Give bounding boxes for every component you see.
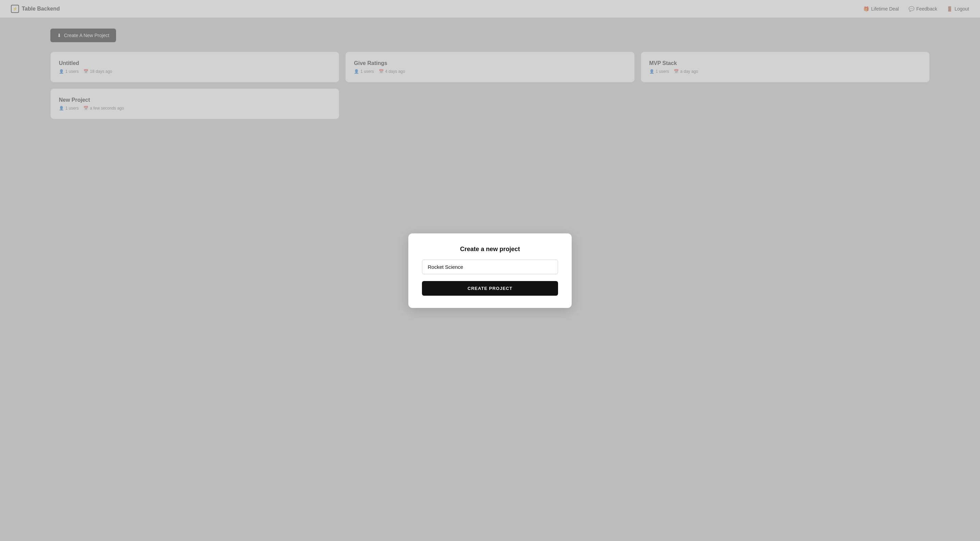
create-project-submit-button[interactable]: CREATE PROJECT — [422, 281, 558, 296]
modal-backdrop: Create a new project CREATE PROJECT — [0, 0, 980, 541]
project-name-input[interactable] — [422, 259, 558, 274]
modal-title: Create a new project — [460, 246, 520, 253]
create-project-modal: Create a new project CREATE PROJECT — [408, 234, 572, 308]
